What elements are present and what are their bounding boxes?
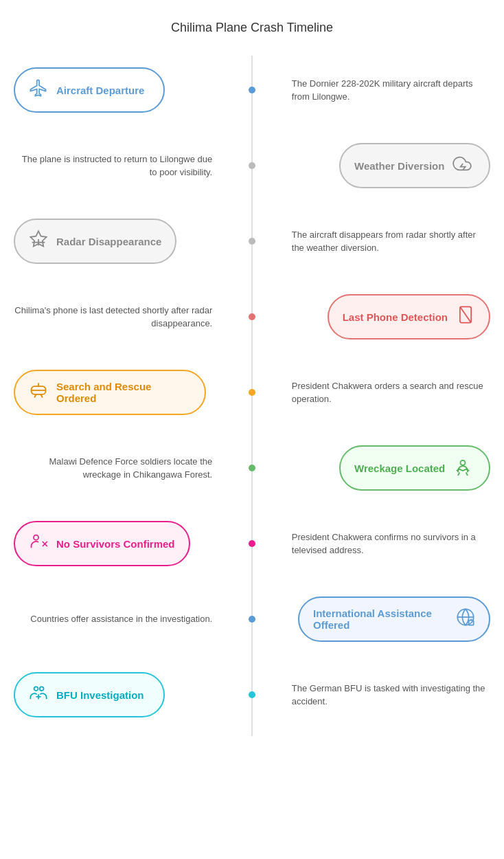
svg-point-19 — [40, 687, 44, 691]
card-label-weather-diversion: Weather Diversion — [354, 160, 444, 172]
svg-point-8 — [461, 460, 466, 465]
card-label-last-phone-detection: Last Phone Detection — [343, 311, 448, 323]
timeline-item-search-rescue: Search and Rescue Ordered President Chak… — [14, 358, 490, 427]
people-x-icon — [29, 532, 48, 555]
timeline-item-aircraft-departure: Aircraft Departure The Dornier 228-202K … — [14, 56, 490, 124]
helicopter-icon — [29, 381, 48, 404]
timeline-item-weather-diversion: The plane is instructed to return to Lil… — [14, 131, 490, 200]
desc-last-phone-detection: Chilima's phone is last detected shortly… — [14, 304, 233, 331]
timeline-item-international-assistance: Countries offer assistance in the invest… — [14, 585, 490, 654]
cloud-icon — [453, 154, 472, 177]
desc-weather-diversion: The plane is instructed to return to Lil… — [14, 153, 233, 179]
desc-search-rescue: President Chakwera orders a search and r… — [271, 379, 490, 406]
radar-icon — [29, 230, 48, 253]
card-radar-disappearance: Radar Disappearance — [14, 219, 176, 264]
card-no-survivors: No Survivors Confirmed — [14, 521, 190, 566]
svg-point-11 — [34, 535, 38, 540]
card-label-search-rescue: Search and Rescue Ordered — [56, 381, 191, 404]
plane-icon — [29, 78, 48, 102]
card-label-aircraft-departure: Aircraft Departure — [56, 85, 144, 96]
desc-bfu-investigation: The German BFU is tasked with investigat… — [271, 682, 490, 709]
card-weather-diversion: Weather Diversion — [339, 143, 490, 188]
card-label-no-survivors: No Survivors Confirmed — [56, 538, 175, 550]
desc-no-survivors: President Chakwera confirms no survivors… — [271, 531, 490, 557]
card-bfu-investigation: BFU Investigation — [14, 672, 165, 717]
card-search-rescue: Search and Rescue Ordered — [14, 370, 206, 415]
card-aircraft-departure: Aircraft Departure — [14, 67, 165, 113]
svg-line-5 — [460, 306, 471, 322]
investigators-icon — [29, 683, 48, 706]
wreckage-icon — [453, 456, 472, 480]
desc-international-assistance: Countries offer assistance in the invest… — [14, 612, 233, 626]
phone-icon — [456, 305, 475, 328]
card-wreckage-located: Wreckage Located — [339, 445, 490, 491]
desc-radar-disappearance: The aircraft disappears from radar short… — [271, 228, 490, 255]
timeline-item-no-survivors: No Survivors Confirmed President Chakwer… — [14, 509, 490, 578]
card-last-phone-detection: Last Phone Detection — [328, 294, 490, 339]
timeline: Aircraft Departure The Dornier 228-202K … — [14, 56, 490, 736]
svg-line-9 — [458, 472, 459, 476]
card-label-wreckage-located: Wreckage Located — [354, 462, 445, 474]
timeline-item-bfu-investigation: BFU Investigation The German BFU is task… — [14, 660, 490, 729]
timeline-item-last-phone-detection: Chilima's phone is last detected shortly… — [14, 282, 490, 351]
desc-wreckage-located: Malawi Defence Force soldiers locate the… — [14, 455, 233, 482]
card-label-bfu-investigation: BFU Investigation — [56, 689, 144, 701]
timeline-item-wreckage-located: Malawi Defence Force soldiers locate the… — [14, 434, 490, 502]
svg-point-18 — [34, 687, 38, 691]
card-international-assistance: International Assistance Offered — [298, 596, 490, 642]
card-label-international-assistance: International Assistance Offered — [313, 607, 448, 631]
svg-line-10 — [466, 472, 468, 476]
card-label-radar-disappearance: Radar Disappearance — [56, 236, 161, 247]
page-title: Chilima Plane Crash Timeline — [14, 21, 490, 35]
globe-icon — [456, 607, 475, 631]
timeline-item-radar-disappearance: Radar Disappearance The aircraft disappe… — [14, 207, 490, 276]
desc-aircraft-departure: The Dornier 228-202K military aircraft d… — [271, 77, 490, 104]
